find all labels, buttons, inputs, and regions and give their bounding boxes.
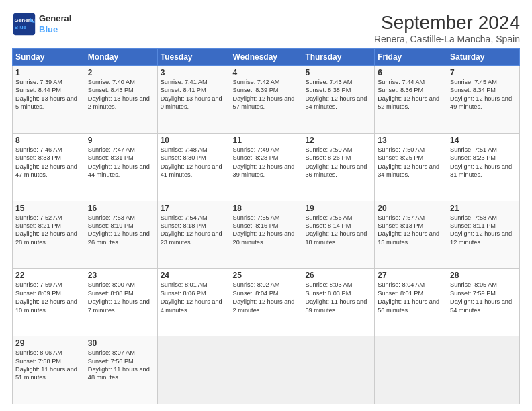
table-row: 6Sunrise: 7:44 AMSunset: 8:36 PMDaylight… xyxy=(375,66,447,134)
table-row xyxy=(375,336,447,404)
calendar-row: 8Sunrise: 7:46 AMSunset: 8:33 PMDaylight… xyxy=(13,133,520,201)
table-row: 5Sunrise: 7:43 AMSunset: 8:38 PMDaylight… xyxy=(302,66,375,134)
day-number: 10 xyxy=(161,136,227,145)
table-row: 13Sunrise: 7:50 AMSunset: 8:25 PMDayligh… xyxy=(375,133,447,201)
table-row: 16Sunrise: 7:53 AMSunset: 8:19 PMDayligh… xyxy=(85,201,157,269)
table-row: 20Sunrise: 7:57 AMSunset: 8:13 PMDayligh… xyxy=(375,201,447,269)
svg-text:Blue: Blue xyxy=(15,24,27,30)
cell-text: Sunrise: 7:52 AMSunset: 8:21 PMDaylight:… xyxy=(15,214,77,246)
cell-text: Sunrise: 8:00 AMSunset: 8:08 PMDaylight:… xyxy=(88,281,150,313)
cell-text: Sunrise: 7:56 AMSunset: 8:14 PMDaylight:… xyxy=(305,214,367,246)
cell-text: Sunrise: 7:42 AMSunset: 8:39 PMDaylight:… xyxy=(233,79,295,110)
cell-text: Sunrise: 7:44 AMSunset: 8:36 PMDaylight:… xyxy=(378,79,439,110)
table-row: 1Sunrise: 7:39 AMSunset: 8:44 PMDaylight… xyxy=(13,66,85,134)
table-row: 23Sunrise: 8:00 AMSunset: 8:08 PMDayligh… xyxy=(85,269,157,336)
cell-text: Sunrise: 7:50 AMSunset: 8:26 PMDaylight:… xyxy=(305,146,367,178)
day-number: 7 xyxy=(450,68,517,77)
day-number: 11 xyxy=(233,136,300,145)
cell-text: Sunrise: 8:07 AMSunset: 7:56 PMDaylight:… xyxy=(88,349,150,381)
logo-icon: General Blue xyxy=(12,12,36,36)
table-row: 18Sunrise: 7:55 AMSunset: 8:16 PMDayligh… xyxy=(230,201,302,269)
cell-text: Sunrise: 7:57 AMSunset: 8:13 PMDaylight:… xyxy=(378,214,439,246)
day-number: 13 xyxy=(378,136,444,145)
table-row: 19Sunrise: 7:56 AMSunset: 8:14 PMDayligh… xyxy=(302,201,375,269)
table-row: 29Sunrise: 8:06 AMSunset: 7:58 PMDayligh… xyxy=(13,336,85,404)
cell-text: Sunrise: 7:43 AMSunset: 8:38 PMDaylight:… xyxy=(305,79,367,110)
location-subtitle: Renera, Castille-La Mancha, Spain xyxy=(374,34,520,44)
cell-text: Sunrise: 7:48 AMSunset: 8:30 PMDaylight:… xyxy=(161,146,222,178)
table-row: 30Sunrise: 8:07 AMSunset: 7:56 PMDayligh… xyxy=(85,336,157,404)
day-number: 14 xyxy=(450,136,517,145)
cell-text: Sunrise: 7:41 AMSunset: 8:41 PMDaylight:… xyxy=(161,79,222,110)
day-number: 26 xyxy=(305,271,371,280)
day-number: 29 xyxy=(15,338,82,348)
table-row: 10Sunrise: 7:48 AMSunset: 8:30 PMDayligh… xyxy=(157,133,230,201)
table-row xyxy=(157,336,230,404)
table-row xyxy=(447,336,520,404)
table-row: 22Sunrise: 7:59 AMSunset: 8:09 PMDayligh… xyxy=(13,269,85,336)
day-number: 19 xyxy=(305,203,371,213)
table-row: 3Sunrise: 7:41 AMSunset: 8:41 PMDaylight… xyxy=(157,66,230,134)
table-row: 11Sunrise: 7:49 AMSunset: 8:28 PMDayligh… xyxy=(230,133,302,201)
cell-text: Sunrise: 8:04 AMSunset: 8:01 PMDaylight:… xyxy=(378,281,439,313)
day-number: 23 xyxy=(88,271,154,280)
day-number: 25 xyxy=(233,271,300,280)
col-monday: Monday xyxy=(85,49,157,66)
table-row: 9Sunrise: 7:47 AMSunset: 8:31 PMDaylight… xyxy=(85,133,157,201)
day-number: 16 xyxy=(88,203,154,213)
day-number: 9 xyxy=(88,136,154,145)
cell-text: Sunrise: 7:46 AMSunset: 8:33 PMDaylight:… xyxy=(15,146,77,178)
cell-text: Sunrise: 7:58 AMSunset: 8:11 PMDaylight:… xyxy=(450,214,512,246)
cell-text: Sunrise: 7:54 AMSunset: 8:18 PMDaylight:… xyxy=(161,214,222,246)
table-row: 26Sunrise: 8:03 AMSunset: 8:03 PMDayligh… xyxy=(302,269,375,336)
table-row: 2Sunrise: 7:40 AMSunset: 8:43 PMDaylight… xyxy=(85,66,157,134)
day-number: 21 xyxy=(450,203,517,213)
table-row xyxy=(302,336,375,404)
table-row: 21Sunrise: 7:58 AMSunset: 8:11 PMDayligh… xyxy=(447,201,520,269)
day-number: 22 xyxy=(15,271,82,280)
month-title: September 2024 xyxy=(374,12,520,34)
calendar-row: 15Sunrise: 7:52 AMSunset: 8:21 PMDayligh… xyxy=(13,201,520,269)
cell-text: Sunrise: 7:55 AMSunset: 8:16 PMDaylight:… xyxy=(233,214,295,246)
table-row: 4Sunrise: 7:42 AMSunset: 8:39 PMDaylight… xyxy=(230,66,302,134)
day-number: 15 xyxy=(15,203,82,213)
day-number: 20 xyxy=(378,203,444,213)
cell-text: Sunrise: 8:05 AMSunset: 7:59 PMDaylight:… xyxy=(450,281,512,313)
cell-text: Sunrise: 7:59 AMSunset: 8:09 PMDaylight:… xyxy=(15,281,77,313)
col-tuesday: Tuesday xyxy=(157,49,230,66)
table-row: 25Sunrise: 8:02 AMSunset: 8:04 PMDayligh… xyxy=(230,269,302,336)
day-number: 24 xyxy=(161,271,227,280)
col-friday: Friday xyxy=(375,49,447,66)
table-row: 8Sunrise: 7:46 AMSunset: 8:33 PMDaylight… xyxy=(13,133,85,201)
day-number: 17 xyxy=(161,203,227,213)
col-thursday: Thursday xyxy=(302,49,375,66)
cell-text: Sunrise: 7:47 AMSunset: 8:31 PMDaylight:… xyxy=(88,146,150,178)
day-number: 6 xyxy=(378,68,444,77)
day-number: 3 xyxy=(161,68,227,77)
cell-text: Sunrise: 7:39 AMSunset: 8:44 PMDaylight:… xyxy=(15,79,77,110)
col-sunday: Sunday xyxy=(13,49,85,66)
page: General Blue General Blue September 2024… xyxy=(0,0,532,411)
logo-text-line1: General xyxy=(39,13,71,24)
day-number: 4 xyxy=(233,68,300,77)
cell-text: Sunrise: 7:40 AMSunset: 8:43 PMDaylight:… xyxy=(88,79,150,110)
cell-text: Sunrise: 7:51 AMSunset: 8:23 PMDaylight:… xyxy=(450,146,512,178)
day-number: 30 xyxy=(88,338,154,348)
cell-text: Sunrise: 7:50 AMSunset: 8:25 PMDaylight:… xyxy=(378,146,439,178)
calendar-row: 22Sunrise: 7:59 AMSunset: 8:09 PMDayligh… xyxy=(13,269,520,336)
cell-text: Sunrise: 8:03 AMSunset: 8:03 PMDaylight:… xyxy=(305,281,367,313)
cell-text: Sunrise: 7:49 AMSunset: 8:28 PMDaylight:… xyxy=(233,146,295,178)
cell-text: Sunrise: 8:01 AMSunset: 8:06 PMDaylight:… xyxy=(161,281,222,313)
cell-text: Sunrise: 8:06 AMSunset: 7:58 PMDaylight:… xyxy=(15,349,77,381)
day-number: 28 xyxy=(450,271,517,280)
logo-text-line2: Blue xyxy=(39,24,71,35)
col-wednesday: Wednesday xyxy=(230,49,302,66)
table-row: 27Sunrise: 8:04 AMSunset: 8:01 PMDayligh… xyxy=(375,269,447,336)
table-row: 7Sunrise: 7:45 AMSunset: 8:34 PMDaylight… xyxy=(447,66,520,134)
logo: General Blue General Blue xyxy=(12,12,71,36)
table-row: 28Sunrise: 8:05 AMSunset: 7:59 PMDayligh… xyxy=(447,269,520,336)
day-number: 5 xyxy=(305,68,371,77)
col-saturday: Saturday xyxy=(447,49,520,66)
day-number: 18 xyxy=(233,203,300,213)
day-number: 12 xyxy=(305,136,371,145)
